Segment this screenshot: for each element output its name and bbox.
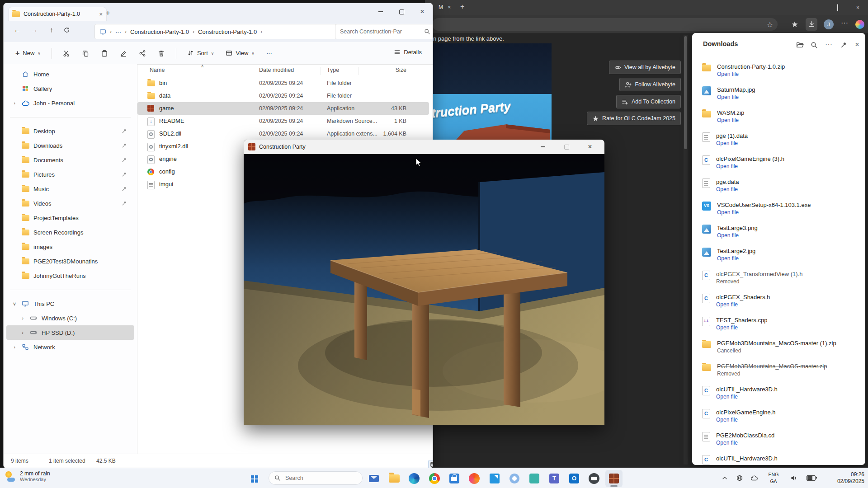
chrome-icon[interactable] [426,470,443,487]
chevron-right-icon[interactable]: › [12,100,17,106]
download-item[interactable]: PGE2MobClassDia.cdOpen file [702,432,862,447]
download-item[interactable]: PGEMob3DMountains_MacOS-master (1).zipCa… [702,340,862,355]
sidebar-item-drive-d[interactable]: ›HP SSD (D:) [6,325,134,340]
file-row-bin[interactable]: bin02/09/2025 09:24File folder [137,77,429,89]
mail-app-icon[interactable] [365,470,382,487]
download-item[interactable]: olcUTIL_Hardware3D.h [702,455,862,465]
edge-icon[interactable] [406,470,423,487]
battery-icon[interactable] [807,475,816,481]
copilot-icon[interactable] [855,20,864,29]
chevron-right-icon[interactable]: › [20,330,25,335]
language-indicator[interactable]: ENG GA [766,471,781,485]
teams-icon[interactable]: T [546,470,563,487]
view-all-button[interactable]: View all by Alivebyte [609,61,681,74]
sidebar-item-music[interactable]: Music [6,182,134,196]
sidebar-item-projecttemplates[interactable]: ProjectTemplates [6,211,134,225]
close-button[interactable]: × [412,3,433,20]
sidebar-item-images[interactable]: images [6,239,134,254]
download-item[interactable]: olcPGEX_Shaders.hOpen file [702,294,862,309]
more-options-button[interactable]: ··· [262,47,277,59]
sidebar-item-this-pc[interactable]: ∨This PC [6,296,134,311]
breadcrumb-item[interactable]: Construction-Party-1.0 [198,28,257,35]
download-item[interactable]: TestLarge2.jpgOpen file [702,248,862,263]
open-file-link[interactable]: Open file [716,140,748,147]
open-file-link[interactable]: Open file [717,117,744,124]
app-icon-blue[interactable] [506,470,523,487]
taskbar-search[interactable] [269,471,363,485]
open-file-link[interactable]: Open file [716,163,784,170]
sidebar-item-gallery[interactable]: Gallery [6,81,134,96]
open-file-link[interactable]: Open file [717,94,755,101]
game-maximize-button[interactable] [557,140,576,154]
game-window-titlebar[interactable]: Construction Party × [244,140,604,154]
explorer-tab[interactable]: Construction-Party-1.0 × [8,7,107,21]
column-header-date[interactable]: Date modified [259,67,294,73]
sidebar-item-videos[interactable]: Videos [6,196,134,211]
game-viewport[interactable] [244,154,604,425]
file-row-sdl2[interactable]: SDL2.dll02/09/2025 09:24Application exte… [137,127,429,140]
delete-button[interactable] [153,46,170,61]
chevron-down-icon[interactable]: ∨ [12,301,17,307]
open-file-link[interactable]: Open file [716,324,767,332]
sidebar-item-screen-recordings[interactable]: Screen Recordings [6,225,134,239]
explorer-titlebar[interactable]: Construction-Party-1.0 × + × ← → ↑ › ···… [4,3,433,42]
download-item[interactable]: VSCodeUserSetup-x64-1.103.1.exeOpen file [702,202,862,216]
minimize-button[interactable] [370,3,391,20]
open-downloads-folder-icon[interactable] [795,41,804,50]
open-file-link[interactable]: Open file [717,70,785,78]
sort-button[interactable]: Sort∨ [183,47,218,59]
weather-widget[interactable]: 2 mm of rainWednesday [5,470,50,483]
column-header-name[interactable]: Name [150,67,165,73]
chevron-right-icon[interactable]: › [12,344,17,350]
game-close-button[interactable]: × [580,140,600,154]
construction-party-taskbar-icon[interactable] [605,470,623,487]
sidebar-item-pge20test3dmounatins[interactable]: PGE20Test3DMounatins [6,254,134,268]
favorites-bar-icon[interactable] [789,19,801,30]
explorer-search-box[interactable] [335,24,433,39]
breadcrumb-overflow[interactable]: ··· [115,28,121,35]
close-panel-icon[interactable]: × [853,41,862,50]
downloads-icon[interactable] [806,18,817,31]
photos-icon[interactable] [466,470,483,487]
onedrive-tray-icon[interactable] [750,474,758,482]
clock-widget[interactable]: 09:26 02/09/2025 [837,471,864,485]
outlook-icon[interactable]: O [566,470,583,487]
forward-icon[interactable]: → [29,26,40,33]
file-row-readme[interactable]: README02/09/2025 09:24Markdown Source...… [137,115,429,127]
new-tab-button[interactable]: + [106,9,110,17]
browser-scrollbar[interactable] [684,35,688,465]
tray-chevron-up-icon[interactable] [722,475,728,481]
sidebar-item-johnnygottheruns[interactable]: JohnnyGotTheRuns [6,268,134,283]
sidebar-item-documents[interactable]: Documents [6,153,134,167]
search-downloads-icon[interactable] [810,41,819,50]
add-to-collection-button[interactable]: Add To Collection [616,95,681,108]
profile-avatar[interactable]: J [824,19,834,29]
sidebar-item-downloads[interactable]: Downloads [6,138,134,153]
open-file-link[interactable]: Open file [716,301,770,309]
open-file-link[interactable]: Open file [717,232,758,239]
microsoft-store-icon[interactable] [446,470,463,487]
url-bar[interactable]: ☆ [432,18,778,31]
app-icon-teal[interactable] [526,470,543,487]
browser-close-button[interactable]: × [848,0,868,15]
maximize-button[interactable] [391,3,412,20]
share-button[interactable] [134,46,151,61]
breadcrumb-item[interactable]: Construction-Party-1.0 [130,28,189,35]
back-icon[interactable]: ← [12,26,23,33]
paste-button[interactable] [96,46,113,61]
browser-settings-icon[interactable]: ··· [839,19,850,30]
download-item[interactable]: TestLarge3.pngOpen file [702,225,862,239]
download-item[interactable]: olcUTIL_Hardware3D.hOpen file [702,386,862,401]
vscode-icon[interactable] [486,470,503,487]
pin-panel-icon[interactable] [839,41,848,50]
browser-minimize-button[interactable] [807,0,827,15]
view-button[interactable]: View∨ [221,47,259,59]
cut-button[interactable] [58,46,75,61]
game-minimize-button[interactable] [533,140,553,154]
refresh-icon[interactable] [63,27,74,33]
download-item[interactable]: pge.dataOpen file [702,178,862,193]
download-item[interactable]: TEST_Shaders.cppOpen file [702,317,862,332]
up-icon[interactable]: ↑ [46,26,57,33]
sidebar-item-onedrive[interactable]: ›John - Personal [6,96,134,110]
sidebar-item-network[interactable]: ›Network [6,340,134,354]
